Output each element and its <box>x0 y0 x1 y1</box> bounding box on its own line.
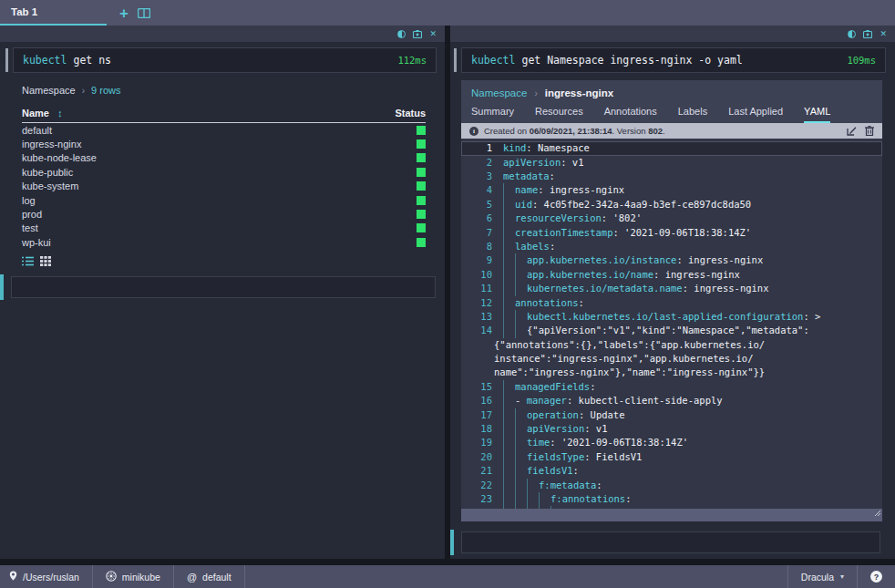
help-segment[interactable]: ? <box>858 565 895 588</box>
command-args: get ns <box>73 54 111 67</box>
yaml-wrap-line: name":"ingress-nginx"},"name":"ingress-n… <box>461 366 882 379</box>
command-program: kubectl <box>23 54 67 67</box>
edit-icon[interactable] <box>847 126 857 136</box>
tab-annotations[interactable]: Annotations <box>604 106 657 123</box>
namespace-name[interactable]: kube-public <box>22 167 73 178</box>
sort-icon[interactable]: ↕ <box>57 108 63 119</box>
line-number <box>461 366 494 379</box>
tab-bar-actions: + <box>119 0 150 26</box>
yaml-line: 7creationTimestamp: '2021-09-06T18:38:14… <box>461 226 882 240</box>
namespace-name[interactable]: prod <box>22 209 42 220</box>
namespace-name[interactable]: wp-kui <box>22 237 51 248</box>
breadcrumb-kind[interactable]: Namespace <box>471 88 527 98</box>
tab-resources[interactable]: Resources <box>535 106 583 123</box>
repl-input[interactable] <box>461 531 880 553</box>
yaml-line: 2apiVersion: v1 <box>461 156 882 170</box>
grid-view-icon[interactable] <box>40 256 51 266</box>
line-number: 4 <box>461 183 503 197</box>
screenshot-icon[interactable] <box>413 30 422 38</box>
cwd-segment[interactable]: /Users/ruslan <box>0 565 93 588</box>
context-segment[interactable]: minikube <box>93 565 174 588</box>
context-gear-icon <box>106 571 117 583</box>
namespace-name[interactable]: kube-node-lease <box>22 152 97 163</box>
theme-dropdown[interactable]: Dracula ▾ <box>787 565 858 588</box>
close-icon[interactable]: ✕ <box>429 30 437 38</box>
tab-1[interactable]: Tab 1 <box>0 0 107 26</box>
tab-yaml[interactable]: YAML <box>804 106 830 123</box>
breadcrumb-row-count[interactable]: 9 rows <box>91 85 120 96</box>
namespace-name[interactable]: ingress-nginx <box>22 139 81 150</box>
horizontal-scrollbar[interactable] <box>461 509 882 521</box>
line-number: 18 <box>461 422 503 436</box>
line-number: 9 <box>461 253 503 267</box>
namespace-label: default <box>202 572 231 583</box>
line-number: 5 <box>461 198 503 211</box>
table-row[interactable]: ingress-nginx <box>22 137 426 150</box>
tab-label: Tab 1 <box>11 6 37 17</box>
close-icon[interactable]: ✕ <box>880 30 887 38</box>
command-line: kubectl get Namespace ingress-nginx -o y… <box>461 47 886 73</box>
right-pane-header: ✕ <box>450 26 895 42</box>
table-row[interactable]: log <box>22 193 426 207</box>
table-row[interactable]: test <box>22 222 426 235</box>
resource-name: ingress-nginx <box>545 88 613 98</box>
split-pane-icon[interactable] <box>138 8 150 18</box>
resize-grip-icon[interactable] <box>873 503 880 520</box>
location-pin-icon <box>9 571 17 583</box>
theme-label: Dracula <box>801 572 834 583</box>
namespace-name[interactable]: default <box>22 125 52 136</box>
repl-input-block <box>461 531 880 553</box>
line-number: 14 <box>461 324 503 337</box>
line-number: 8 <box>461 240 503 253</box>
line-number: 16 <box>461 394 503 407</box>
table-row[interactable]: kube-public <box>22 165 426 179</box>
breadcrumb-separator-icon: › <box>82 86 85 96</box>
command-program: kubectl <box>471 54 515 67</box>
left-pane-header: ✕ <box>0 26 445 42</box>
table-row[interactable]: kube-node-lease <box>22 151 426 165</box>
yaml-line: 13kubectl.kubernetes.io/last-applied-con… <box>461 310 882 324</box>
screenshot-icon[interactable] <box>863 30 872 38</box>
table-row[interactable]: prod <box>22 207 426 221</box>
sidecar-card: Namespace › ingress-nginx SummaryResourc… <box>461 80 882 521</box>
sidecar-toolbar: i Created on 06/09/2021, 21:38:14. Versi… <box>461 123 882 139</box>
table-row[interactable]: default <box>22 123 426 137</box>
line-number: 11 <box>461 282 503 295</box>
status-bar-spacer <box>245 565 787 588</box>
repl-input[interactable] <box>11 276 436 298</box>
delete-icon[interactable] <box>865 126 874 136</box>
command-output: Namespace › 9 rows Name ↕ Status default… <box>22 85 426 266</box>
table-row[interactable]: kube-system <box>22 180 426 193</box>
line-number: 23 <box>461 492 503 506</box>
active-block-indicator <box>450 530 454 555</box>
status-ok-indicator <box>417 223 426 232</box>
breadcrumb: Namespace › 9 rows <box>22 85 426 96</box>
yaml-line: 1kind: Namespace <box>461 141 882 155</box>
contrast-icon[interactable] <box>397 30 406 38</box>
line-number: 20 <box>461 450 503 464</box>
yaml-line: 11kubernetes.io/metadata.name: ingress-n… <box>461 282 882 295</box>
status-ok-indicator <box>417 238 426 247</box>
namespace-segment[interactable]: @ default <box>174 565 245 588</box>
namespace-name[interactable]: log <box>22 195 36 206</box>
tab-last-applied[interactable]: Last Applied <box>728 106 783 123</box>
contrast-icon[interactable] <box>848 30 856 38</box>
line-number: 6 <box>461 211 503 225</box>
line-number: 10 <box>461 268 503 282</box>
at-icon: @ <box>187 572 197 583</box>
line-number: 2 <box>461 156 503 170</box>
new-tab-icon[interactable]: + <box>119 5 129 21</box>
namespace-name[interactable]: test <box>22 222 38 233</box>
list-view-icon[interactable] <box>22 256 34 266</box>
tab-summary[interactable]: Summary <box>471 106 514 123</box>
yaml-editor[interactable]: 1kind: Namespace2apiVersion: v13metadata… <box>461 139 882 509</box>
line-number <box>461 338 494 352</box>
table-row[interactable]: wp-kui <box>22 235 426 249</box>
block-indicator <box>454 48 457 72</box>
yaml-line: 12annotations: <box>461 296 882 310</box>
tab-labels[interactable]: Labels <box>678 106 707 123</box>
info-icon: i <box>469 127 478 136</box>
command-duration: 112ms <box>397 55 427 66</box>
cwd-label: /Users/ruslan <box>23 572 79 583</box>
namespace-name[interactable]: kube-system <box>22 181 78 191</box>
